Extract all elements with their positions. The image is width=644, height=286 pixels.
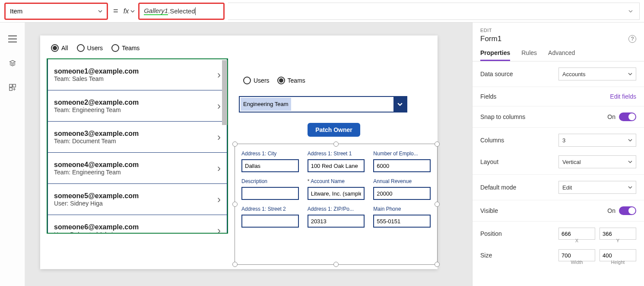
form-field: Number of Emplo... (373, 151, 431, 172)
team-dropdown[interactable]: Engineering Team (239, 96, 407, 112)
hamburger-icon[interactable] (8, 35, 17, 42)
field-label: Main Phone (373, 206, 431, 212)
tab-rules[interactable]: Rules (521, 49, 537, 61)
gallery-item[interactable]: someone4@example.comTeam: Engineering Te… (48, 153, 227, 184)
radio-option-all[interactable]: All (51, 44, 68, 52)
field-input[interactable] (373, 215, 431, 228)
form1-control[interactable]: Address 1: CityAddress 1: Street 1Number… (235, 144, 438, 265)
resize-handle-nw[interactable] (232, 141, 238, 147)
formula-expand[interactable] (228, 3, 640, 20)
resize-handle-e[interactable] (435, 202, 440, 207)
radio-label: Users (254, 77, 270, 84)
field-input[interactable] (308, 159, 365, 172)
field-input[interactable] (308, 187, 365, 200)
toggle-pill[interactable] (619, 112, 636, 121)
formula-input[interactable]: Gallery1.Selected (138, 3, 225, 20)
chevron-right-icon: › (217, 225, 221, 234)
gallery-item[interactable]: someone1@example.comTeam: Sales Team› (48, 59, 227, 90)
scrollbar-thumb[interactable] (222, 60, 227, 125)
gallery-item[interactable]: someone6@example.comUser: Delegated Admi… (48, 215, 227, 234)
mode-select[interactable]: Edit (558, 181, 636, 194)
gallery-item[interactable]: someone3@example.comTeam: Document Team› (48, 122, 227, 153)
filter-radio-group-2: UsersTeams (239, 74, 429, 87)
dropdown-button[interactable] (393, 97, 406, 112)
gallery-email: someone5@example.com (54, 192, 139, 200)
prop-label-columns: Columns (480, 137, 504, 144)
columns-select[interactable]: 3 (558, 134, 636, 147)
snap-toggle[interactable]: On (607, 112, 636, 121)
form-field: Address 1: ZIP/Po... (308, 206, 365, 228)
resize-handle-n[interactable] (333, 141, 339, 147)
field-input[interactable] (308, 215, 365, 228)
gallery-sub: Team: Engineering Team (54, 106, 139, 113)
tab-properties[interactable]: Properties (480, 49, 510, 61)
form-field: Address 1: City (241, 151, 299, 172)
prop-label-visible: Visible (480, 207, 498, 214)
chevron-right-icon: › (217, 100, 221, 112)
left-rail (0, 22, 25, 286)
radio-option-users[interactable]: Users (77, 44, 103, 52)
field-label: *Account Name (308, 178, 365, 184)
prop-label-layout: Layout (480, 158, 498, 165)
resize-handle-se[interactable] (435, 262, 440, 267)
field-label: Address 1: ZIP/Po... (308, 206, 365, 212)
prop-label-size: Size (480, 252, 492, 259)
tab-advanced[interactable]: Advanced (548, 49, 575, 61)
team-dropdown-value: Engineering Team (241, 98, 291, 111)
help-icon[interactable]: ? (628, 35, 636, 43)
edit-fields-link[interactable]: Edit fields (610, 93, 636, 100)
formula-ref: Gallery1 (144, 7, 168, 15)
form-field: *Account Name (308, 178, 365, 200)
visible-toggle[interactable]: On (607, 206, 636, 215)
patch-owner-button[interactable]: Patch Owner (308, 123, 360, 137)
prop-label-position: Position (480, 230, 502, 237)
radio-option-users[interactable]: Users (243, 77, 270, 84)
field-input[interactable] (373, 187, 431, 200)
field-label: Address 1: Street 2 (241, 206, 299, 212)
resize-handle-w[interactable] (232, 202, 238, 207)
gallery-email: someone4@example.com (54, 161, 139, 169)
svg-rect-2 (9, 88, 12, 90)
prop-label-mode: Default mode (480, 184, 516, 191)
gallery-item[interactable]: someone2@example.comTeam: Engineering Te… (48, 90, 227, 122)
fx-label[interactable]: fx (124, 7, 135, 15)
prop-label-datasource: Data source (480, 71, 513, 77)
gallery-sub: User: Delegated Admin (54, 231, 139, 234)
components-icon[interactable] (8, 84, 17, 91)
filter-radio-group-1: AllUsersTeams (47, 42, 431, 58)
radio-circle (277, 77, 285, 84)
prop-label-snap: Snap to columns (480, 113, 525, 120)
field-input[interactable] (241, 215, 299, 228)
field-label: Description (241, 178, 299, 184)
equals-sign: = (111, 6, 120, 16)
radio-option-teams[interactable]: Teams (111, 44, 140, 52)
prop-label-fields: Fields (480, 93, 496, 100)
field-input[interactable] (373, 159, 431, 172)
form-field: Main Phone (373, 206, 431, 228)
resize-handle-ne[interactable] (435, 141, 440, 147)
gallery1[interactable]: someone1@example.comTeam: Sales Team›som… (47, 58, 228, 234)
radio-circle (111, 44, 119, 52)
formula-bar: Item = fx Gallery1.Selected (0, 0, 644, 22)
chevron-right-icon: › (217, 131, 221, 143)
resize-handle-sw[interactable] (232, 262, 238, 267)
radio-option-teams[interactable]: Teams (277, 77, 305, 84)
canvas-area: AllUsersTeams someone1@example.comTeam: … (25, 22, 472, 286)
field-label: Number of Emplo... (373, 151, 431, 157)
toggle-pill[interactable] (619, 206, 636, 215)
field-input[interactable] (241, 187, 299, 200)
radio-label: Users (87, 45, 103, 51)
property-selector[interactable]: Item (4, 3, 108, 20)
layout-select[interactable]: Vertical (558, 155, 636, 168)
datasource-select[interactable]: Accounts (558, 67, 636, 80)
field-input[interactable] (241, 159, 299, 172)
properties-panel: EDIT Form1 ? PropertiesRulesAdvanced Dat… (472, 22, 644, 286)
app-canvas[interactable]: AllUsersTeams someone1@example.comTeam: … (40, 35, 438, 269)
field-label: Address 1: City (241, 151, 299, 157)
gallery-item[interactable]: someone5@example.comUser: Sidney Higa› (48, 184, 227, 215)
gallery-sub: Team: Sales Team (54, 75, 139, 82)
chevron-down-icon (98, 9, 102, 13)
resize-handle-s[interactable] (333, 262, 339, 267)
layers-icon[interactable] (8, 60, 17, 67)
form-field: Address 1: Street 1 (308, 151, 365, 172)
